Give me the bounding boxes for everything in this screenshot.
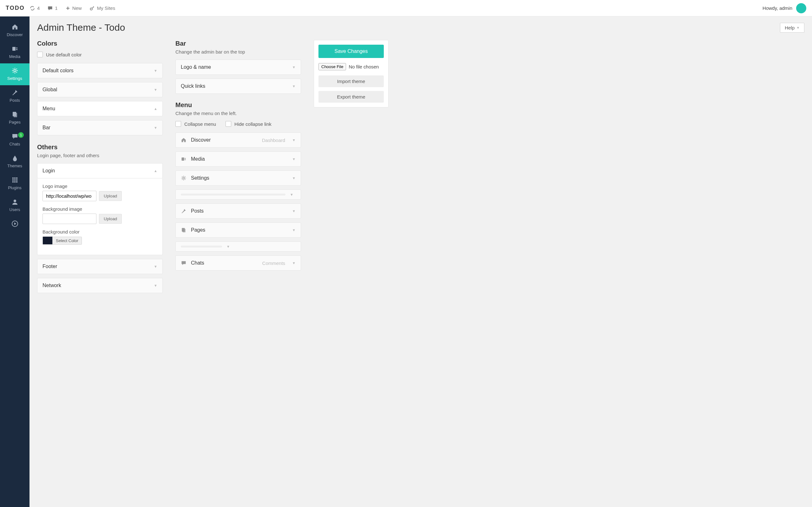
brand-logo: TODO <box>6 5 30 11</box>
sidebar-item-plugins[interactable]: Plugins <box>0 173 30 194</box>
menu-item-separator[interactable]: ▼ <box>175 241 301 251</box>
chevron-up-icon: ▲ <box>154 169 157 173</box>
home-icon <box>11 23 18 31</box>
howdy-text[interactable]: Howdy, admin <box>763 5 792 11</box>
chevron-up-icon: ▲ <box>154 107 157 111</box>
refresh-icon <box>30 5 35 11</box>
colors-heading: Colors <box>37 40 163 47</box>
sidebar-item-media[interactable]: Media <box>0 42 30 63</box>
refresh-item[interactable]: 4 <box>30 5 40 11</box>
bg-color-swatch[interactable] <box>43 236 53 245</box>
pages-icon <box>11 111 18 118</box>
chevron-down-icon: ▼ <box>154 88 157 92</box>
menu-item-chats[interactable]: ChatsComments▼ <box>175 256 301 271</box>
comments-item[interactable]: 1 <box>47 5 57 11</box>
mysites-item[interactable]: My Sites <box>90 5 115 11</box>
export-theme-button[interactable]: Export theme <box>318 91 384 103</box>
chevron-down-icon: ▼ <box>292 228 296 232</box>
key-icon <box>90 5 95 11</box>
chevron-down-icon: ▼ <box>292 157 296 161</box>
menu-heading: Menu <box>175 101 301 109</box>
drop-icon <box>11 155 18 162</box>
import-theme-button[interactable]: Import theme <box>318 75 384 87</box>
chevron-down-icon: ▼ <box>290 193 293 196</box>
actions-panel: Save Changes Choose File No file chosen … <box>314 40 389 107</box>
bar-subtext: Change the admin bar on the top <box>175 49 301 55</box>
sidebar-item-collapse[interactable] <box>0 216 30 233</box>
chat-icon <box>181 260 187 266</box>
chevron-down-icon: ▼ <box>292 209 296 213</box>
menu-item-settings[interactable]: Settings▼ <box>175 170 301 186</box>
sidebar-item-settings[interactable]: Settings <box>0 63 30 85</box>
sidebar-item-themes[interactable]: Themes <box>0 151 30 173</box>
accordion-menu[interactable]: Menu▲ <box>37 101 163 116</box>
accordion-login[interactable]: Login ▲ <box>37 163 163 178</box>
media-icon <box>181 156 187 162</box>
save-changes-button[interactable]: Save Changes <box>318 45 384 58</box>
menu-subtext: Change the menu on the left. <box>175 111 301 116</box>
logo-image-input[interactable] <box>43 191 96 201</box>
bg-color-label: Background color <box>43 229 157 234</box>
placeholder-line <box>181 193 286 195</box>
user-icon <box>11 199 18 205</box>
help-button[interactable]: Help ▼ <box>780 23 804 33</box>
chevron-down-icon: ▼ <box>292 176 296 180</box>
pages-icon <box>181 227 187 233</box>
hide-collapse-checkbox[interactable] <box>225 121 231 127</box>
bg-image-input[interactable] <box>43 214 96 224</box>
sidebar-item-users[interactable]: Users <box>0 194 30 216</box>
chevron-down-icon: ▼ <box>226 245 230 248</box>
admin-top-bar: TODO 4 1 New My Sites Howdy, admin <box>0 0 812 16</box>
page-title: Admin Theme - Todo <box>37 22 125 33</box>
sidebar-item-discover[interactable]: Discover <box>0 20 30 42</box>
placeholder-line <box>181 245 222 247</box>
accordion-footer[interactable]: Footer ▼ <box>37 259 163 274</box>
sidebar-item-posts[interactable]: Posts <box>0 85 30 107</box>
new-item[interactable]: New <box>65 5 82 11</box>
chevron-down-icon: ▼ <box>154 69 157 72</box>
bg-upload-button[interactable]: Upload <box>99 214 122 224</box>
menu-item-media[interactable]: Media▼ <box>175 152 301 167</box>
others-heading: Others <box>37 144 163 151</box>
play-icon <box>11 220 18 227</box>
collapse-menu-checkbox[interactable] <box>175 121 181 127</box>
use-default-color-checkbox[interactable] <box>37 52 43 57</box>
others-subtext: Login page, footer and others <box>37 153 163 158</box>
chevron-down-icon: ▼ <box>292 65 296 69</box>
select-color-button[interactable]: Select Color <box>53 237 82 245</box>
accordion-bar[interactable]: Bar▼ <box>37 120 163 135</box>
grid-icon <box>11 176 18 183</box>
sidebar-item-chats[interactable]: Chats1 <box>0 129 30 151</box>
chevron-down-icon: ▼ <box>154 265 157 268</box>
login-panel: Logo image Upload Background image Uploa… <box>37 178 163 255</box>
menu-item-separator[interactable]: ▼ <box>175 189 301 200</box>
gear-icon <box>181 175 187 181</box>
choose-file-button[interactable]: Choose File <box>318 63 346 70</box>
logo-upload-button[interactable]: Upload <box>99 191 122 201</box>
use-default-color-label: Use default color <box>46 52 82 57</box>
accordion-logo-name[interactable]: Logo & name▼ <box>175 60 301 75</box>
badge: 1 <box>18 132 24 138</box>
bar-heading: Bar <box>175 40 301 47</box>
accordion-global[interactable]: Global▼ <box>37 82 163 97</box>
logo-image-label: Logo image <box>43 183 157 189</box>
accordion-network[interactable]: Network ▼ <box>37 278 163 293</box>
menu-item-discover[interactable]: DiscoverDashboard▼ <box>175 132 301 148</box>
accordion-default-colors[interactable]: Default colors▼ <box>37 63 163 78</box>
chevron-down-icon: ▼ <box>292 84 296 88</box>
accordion-quick-links[interactable]: Quick links▼ <box>175 78 301 94</box>
sidebar-item-pages[interactable]: Pages <box>0 107 30 129</box>
home-icon <box>181 137 187 143</box>
media-icon <box>11 45 18 52</box>
chevron-down-icon: ▼ <box>154 284 157 287</box>
chevron-down-icon: ▼ <box>154 126 157 130</box>
chevron-down-icon: ▼ <box>292 261 296 265</box>
avatar[interactable] <box>796 3 806 13</box>
hide-collapse-label: Hide collapse link <box>235 121 271 127</box>
pin-icon <box>11 89 18 96</box>
menu-item-posts[interactable]: Posts▼ <box>175 204 301 219</box>
gear-icon <box>11 67 18 74</box>
comment-icon <box>47 5 53 11</box>
menu-item-pages[interactable]: Pages▼ <box>175 222 301 238</box>
chevron-down-icon: ▼ <box>797 26 800 30</box>
